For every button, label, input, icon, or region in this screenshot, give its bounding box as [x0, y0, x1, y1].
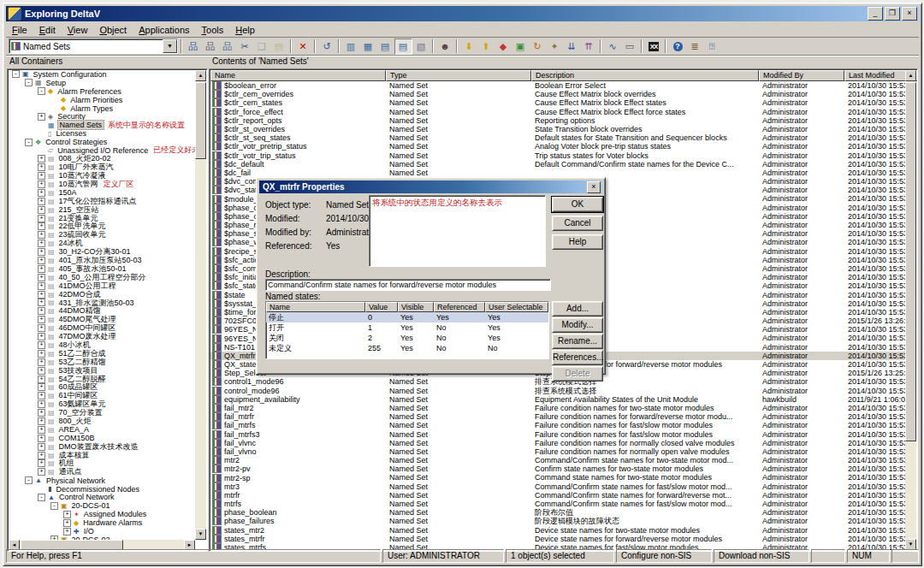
- tree-item[interactable]: -▲Control Network: [9, 494, 195, 502]
- tree-item[interactable]: -▣20-DCS-01: [9, 501, 195, 510]
- tree-item[interactable]: +▤DMO装置废水技术改造: [9, 442, 195, 451]
- states-header-user-selectable[interactable]: User Selectable: [485, 302, 548, 312]
- tree-expand-toggle[interactable]: +: [38, 307, 45, 315]
- tree-expand-toggle[interactable]: +: [38, 426, 45, 434]
- tree-expand-toggle[interactable]: +: [38, 189, 45, 197]
- named-set-row[interactable]: fail_mtrfrNamed SetFailure condition nam…: [210, 412, 905, 421]
- menu-item-help[interactable]: Help: [229, 24, 261, 36]
- tree-item[interactable]: +✦Assigned Modules: [9, 510, 195, 518]
- tree-item[interactable]: +▤54乙二醇脱醛: [9, 375, 195, 383]
- tree-expand-toggle[interactable]: +: [38, 443, 45, 451]
- tree-expand-toggle[interactable]: +: [38, 468, 45, 476]
- history-icon[interactable]: ↻: [530, 39, 546, 54]
- undo-icon[interactable]: ↺: [319, 39, 335, 54]
- named-set-row[interactable]: $ctlr_st_overridesNamed SetState Transit…: [210, 125, 905, 133]
- menu-item-file[interactable]: File: [6, 24, 33, 36]
- tree-item[interactable]: ◆Alarm Priorities: [9, 96, 195, 104]
- tree-expand-toggle[interactable]: +: [38, 172, 45, 180]
- tree-expand-toggle[interactable]: +: [38, 113, 45, 121]
- context-help-icon[interactable]: ⍰: [704, 39, 720, 54]
- scroll-thumb[interactable]: [905, 82, 916, 441]
- delete-icon[interactable]: ✕: [295, 39, 311, 54]
- menu-item-view[interactable]: View: [62, 24, 94, 36]
- tree-item[interactable]: +▤AREA_A: [9, 425, 195, 434]
- help-icon[interactable]: ?: [670, 39, 686, 54]
- named-state-row[interactable]: 未定义255YesNoNo: [266, 343, 548, 353]
- tree-expand-toggle[interactable]: +: [38, 459, 45, 467]
- tree-expand-toggle[interactable]: +: [38, 316, 45, 323]
- large-icons-view-icon[interactable]: ▥: [343, 39, 359, 54]
- tree-expand-toggle[interactable]: +: [38, 367, 45, 375]
- tree-expand-toggle[interactable]: -: [50, 502, 58, 510]
- cancel-button[interactable]: Cancel: [552, 216, 603, 231]
- tree-expand-toggle[interactable]: +: [38, 240, 45, 247]
- named-set-row[interactable]: fail_vlvnoNamed SetFailure condition nam…: [210, 447, 905, 456]
- help-button[interactable]: Help: [552, 234, 603, 250]
- named-set-row[interactable]: fail_vlvncNamed SetFailure condition nam…: [210, 439, 905, 447]
- small-icons-view-icon[interactable]: ▦: [360, 39, 376, 54]
- tree-vertical-scrollbar[interactable]: ▲ ▼: [195, 70, 206, 540]
- tree-expand-toggle[interactable]: +: [38, 392, 45, 399]
- named-set-row[interactable]: $dc_failNamed SetAdministrator2014/10/30…: [210, 169, 905, 177]
- tree-expand-toggle[interactable]: -: [12, 70, 20, 78]
- tree-expand-toggle[interactable]: -: [25, 476, 33, 484]
- named-state-row[interactable]: 打开1YesNoYes: [266, 322, 548, 333]
- tree-expand-toggle[interactable]: -: [38, 87, 45, 95]
- named-set-row[interactable]: $boolean_errorNamed SetBoolean Error Sel…: [210, 81, 905, 90]
- upload-icon[interactable]: ⬆: [478, 39, 495, 54]
- states-header-referenced[interactable]: Referenced: [434, 302, 485, 312]
- tree-item[interactable]: +▤47DMO废水处理: [9, 333, 195, 341]
- tree-expand-toggle[interactable]: +: [38, 333, 45, 340]
- named-set-row[interactable]: $ctlr_st_seq_statesNamed SetDefault stat…: [210, 133, 905, 142]
- tree-expand-toggle[interactable]: +: [38, 452, 45, 459]
- column-header-type[interactable]: Type: [386, 70, 531, 81]
- named-set-row[interactable]: mtr3Named SetCommand/Confirm state names…: [210, 482, 905, 491]
- named-set-row[interactable]: fail_mtrfsNamed SetFailure condition nam…: [210, 421, 905, 429]
- restore-button[interactable]: ❐: [885, 7, 900, 21]
- named-set-row[interactable]: mtrfrNamed SetCommand/Confirm state name…: [210, 491, 905, 500]
- states-header-visible[interactable]: Visible: [398, 302, 434, 312]
- network-upload-icon[interactable]: ⇈: [581, 39, 597, 54]
- tree-item[interactable]: +▤通讯点: [9, 468, 195, 476]
- tree-expand-toggle[interactable]: +: [63, 528, 71, 535]
- scroll-up-arrow[interactable]: ▲: [195, 70, 206, 81]
- tree-item[interactable]: +▤53乙二醇精馏: [9, 358, 195, 366]
- tree-expand-toggle[interactable]: +: [38, 231, 45, 239]
- named-set-row[interactable]: mtrfsNamed SetCommand/Confirm state name…: [210, 500, 905, 508]
- tree-expand-toggle[interactable]: -: [25, 139, 33, 146]
- named-set-row[interactable]: states_mtrfrNamed SetDevice state names …: [210, 535, 905, 543]
- named-set-row[interactable]: phase_failuresNamed Set阶段逻辑模块的故障状态Admini…: [210, 517, 905, 525]
- tree-expand-toggle[interactable]: -: [38, 494, 45, 501]
- list-vertical-scrollbar[interactable]: ▲ ▼: [905, 70, 916, 550]
- tree-expand-toggle[interactable]: +: [38, 248, 45, 256]
- tree-item[interactable]: ▦Named Sets系统中显示的名称设置: [9, 121, 195, 129]
- copy-icon[interactable]: ❑: [254, 39, 270, 54]
- named-set-row[interactable]: mtr2Named SetCommand/Confirm state names…: [210, 456, 905, 464]
- menu-item-applications[interactable]: Applications: [133, 24, 195, 36]
- named-set-row[interactable]: $ctlr_report_optsNamed SetReporting opti…: [210, 116, 905, 125]
- tree-expand-toggle[interactable]: +: [38, 358, 45, 366]
- scroll-thumb[interactable]: [195, 82, 206, 159]
- tree-expand-toggle[interactable]: +: [38, 282, 45, 290]
- export-icon[interactable]: ▣: [512, 39, 529, 54]
- dialog-title-bar[interactable]: QX_mtrfr Properties ×: [259, 180, 602, 193]
- tree-expand-toggle[interactable]: +: [38, 383, 45, 391]
- operator-display-icon[interactable]: ▭: [622, 39, 638, 54]
- security-key-icon[interactable]: ✦: [547, 39, 563, 54]
- tree-expand-toggle[interactable]: +: [38, 341, 45, 349]
- xx-box-icon[interactable]: XX: [646, 39, 662, 54]
- scroll-down-arrow[interactable]: ▼: [195, 529, 206, 540]
- tree-item[interactable]: -◆Alarm Preferences: [9, 87, 195, 96]
- reference-book-icon[interactable]: ◆: [495, 39, 512, 54]
- tree-item[interactable]: -▦Setup: [9, 79, 195, 87]
- tree-item[interactable]: +▤23硫回收单元: [9, 231, 195, 240]
- tree-item[interactable]: +▤10蒸汽冷凝液: [9, 172, 195, 180]
- scroll-up-arrow[interactable]: ▲: [905, 70, 916, 81]
- references-button[interactable]: References...: [552, 350, 603, 365]
- named-set-row[interactable]: $ctlr_cem_statesNamed SetCause Effect Ma…: [210, 98, 905, 107]
- named-set-row[interactable]: mtr2-pvNamed SetConfirm state names for …: [210, 464, 905, 473]
- object-type-combobox[interactable]: Named Sets ▼: [9, 38, 178, 54]
- tree-expand-toggle[interactable]: +: [38, 155, 45, 163]
- tree-expand-toggle[interactable]: +: [38, 291, 45, 299]
- hierarchy-small-icon[interactable]: 品: [220, 39, 236, 54]
